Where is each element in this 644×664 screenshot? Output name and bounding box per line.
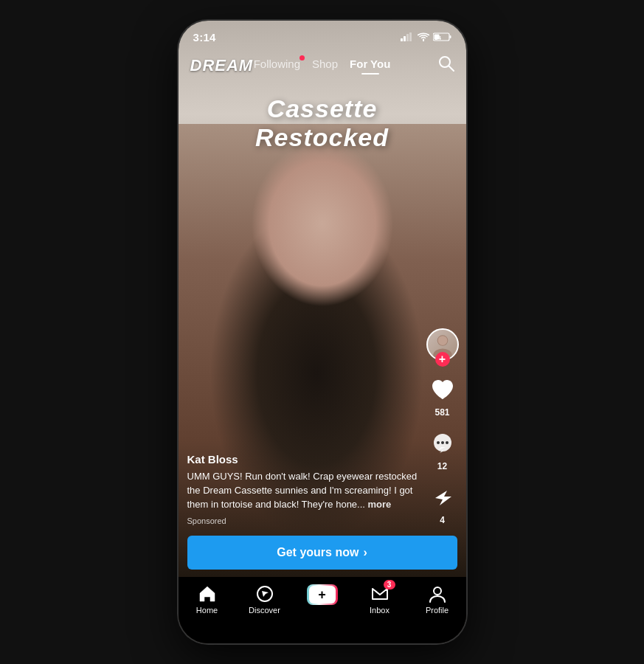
- like-count: 581: [434, 407, 449, 418]
- tab-shop[interactable]: Shop: [312, 58, 338, 73]
- creator-username[interactable]: Kat Bloss: [187, 453, 422, 466]
- sponsored-label: Sponsored: [187, 516, 422, 525]
- like-button[interactable]: 581: [428, 376, 457, 418]
- follow-plus-button[interactable]: +: [435, 352, 450, 367]
- svg-point-18: [434, 587, 441, 595]
- tab-following[interactable]: Following: [254, 58, 300, 73]
- bottom-navigation: Home Discover +: [179, 577, 466, 643]
- tab-for-you[interactable]: For You: [350, 58, 390, 73]
- nav-tabs: Following Shop For You: [254, 58, 391, 73]
- more-link[interactable]: more: [368, 499, 392, 510]
- svg-point-15: [441, 441, 444, 444]
- svg-point-16: [446, 441, 449, 444]
- svg-rect-5: [449, 35, 451, 38]
- battery-icon: 34: [433, 32, 451, 41]
- inbox-label: Inbox: [370, 606, 389, 615]
- status-icons: 34: [401, 32, 451, 41]
- cta-area: Get yours now ›: [179, 536, 466, 570]
- brand-logo: DREAM: [190, 56, 254, 75]
- create-button[interactable]: +: [307, 584, 338, 605]
- nav-item-home[interactable]: Home: [185, 584, 229, 615]
- discover-label: Discover: [249, 606, 280, 615]
- heart-icon: [428, 376, 457, 405]
- status-time: 3:14: [193, 31, 216, 44]
- profile-label: Profile: [426, 606, 449, 615]
- right-actions: + 581 12: [426, 328, 459, 525]
- status-bar: 3:14 34: [179, 21, 466, 53]
- creator-avatar[interactable]: +: [426, 328, 459, 361]
- search-icon[interactable]: [438, 55, 454, 75]
- svg-point-14: [437, 441, 440, 444]
- nav-item-inbox[interactable]: 3 Inbox: [358, 584, 402, 615]
- svg-rect-0: [401, 38, 403, 41]
- top-navigation: DREAM Following Shop For You: [179, 53, 466, 76]
- svg-rect-1: [404, 36, 406, 41]
- svg-rect-2: [406, 34, 409, 41]
- svg-rect-3: [409, 32, 412, 41]
- share-button[interactable]: 4: [428, 483, 457, 525]
- bottom-info: Kat Bloss UMM GUYS! Run don't walk! Crap…: [187, 453, 422, 525]
- home-label: Home: [196, 606, 218, 615]
- profile-icon: [428, 584, 447, 604]
- get-yours-now-button[interactable]: Get yours now ›: [187, 536, 457, 570]
- inbox-badge-count: 3: [384, 580, 395, 589]
- svg-point-12: [437, 336, 447, 345]
- home-icon: [198, 584, 217, 604]
- svg-line-9: [449, 66, 454, 71]
- share-count: 4: [440, 515, 445, 525]
- nav-item-profile[interactable]: Profile: [415, 584, 460, 615]
- comment-button[interactable]: 12: [428, 429, 457, 471]
- discover-icon: [255, 584, 274, 604]
- share-icon: [428, 483, 457, 513]
- nav-item-create[interactable]: +: [300, 584, 344, 605]
- nav-item-discover[interactable]: Discover: [243, 584, 287, 615]
- inbox-icon: 3: [370, 584, 389, 604]
- phone-frame: 3:14 34: [179, 21, 466, 643]
- comment-icon: [428, 429, 457, 459]
- video-caption: UMM GUYS! Run don't walk! Crap eyewear r…: [187, 470, 422, 512]
- plus-icon: +: [309, 586, 336, 604]
- signal-icon: [401, 32, 414, 41]
- wifi-icon: [418, 32, 429, 41]
- following-notification-dot: [300, 55, 305, 60]
- comment-count: 12: [437, 461, 447, 471]
- svg-text:34: 34: [434, 35, 441, 41]
